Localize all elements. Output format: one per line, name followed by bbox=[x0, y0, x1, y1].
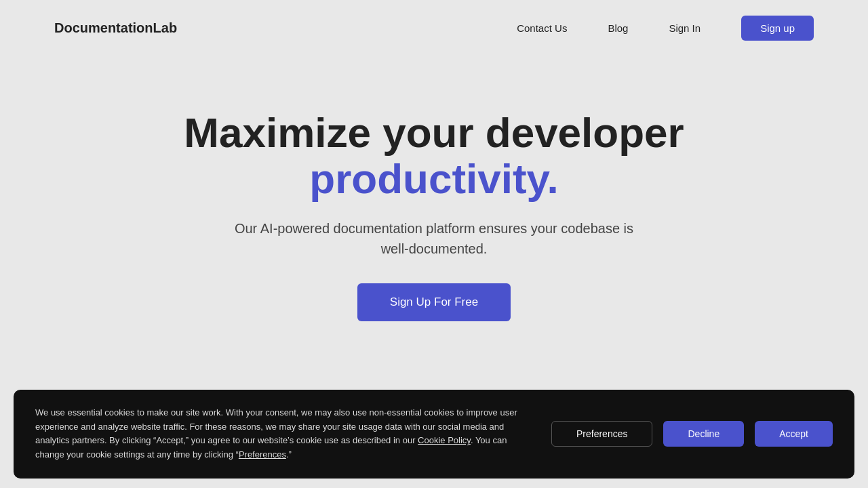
nav-sign-in[interactable]: Sign In bbox=[669, 22, 701, 34]
cookie-buttons: Preferences Decline Accept bbox=[551, 421, 833, 447]
cookie-accept-button[interactable]: Accept bbox=[755, 421, 833, 447]
brand-logo: DocumentationLab bbox=[54, 20, 177, 36]
hero-subtitle: Our AI-powered documentation platform en… bbox=[224, 218, 644, 259]
cookie-text-end: .” bbox=[286, 449, 292, 460]
nav-contact-us[interactable]: Contact Us bbox=[517, 22, 567, 34]
hero-title: Maximize your developer productivity. bbox=[184, 110, 684, 202]
cookie-preferences-button[interactable]: Preferences bbox=[551, 421, 652, 447]
cookie-text: We use essential cookies to make our sit… bbox=[35, 406, 524, 462]
hero-title-line2: productivity. bbox=[309, 155, 558, 202]
hero-cta-button[interactable]: Sign Up For Free bbox=[357, 283, 511, 321]
cookie-banner: We use essential cookies to make our sit… bbox=[14, 390, 854, 479]
cookie-policy-link[interactable]: Cookie Policy bbox=[418, 435, 471, 445]
cookie-preferences-inline-link[interactable]: Preferences bbox=[239, 449, 286, 460]
nav-blog[interactable]: Blog bbox=[608, 22, 628, 34]
hero-title-line1: Maximize your developer bbox=[184, 109, 684, 156]
cookie-decline-button[interactable]: Decline bbox=[663, 421, 744, 447]
navbar: DocumentationLab Contact Us Blog Sign In… bbox=[0, 0, 868, 56]
navbar-links: Contact Us Blog Sign In Sign up bbox=[517, 16, 814, 41]
nav-signup-button[interactable]: Sign up bbox=[741, 16, 814, 41]
hero-section: Maximize your developer productivity. Ou… bbox=[0, 56, 868, 362]
